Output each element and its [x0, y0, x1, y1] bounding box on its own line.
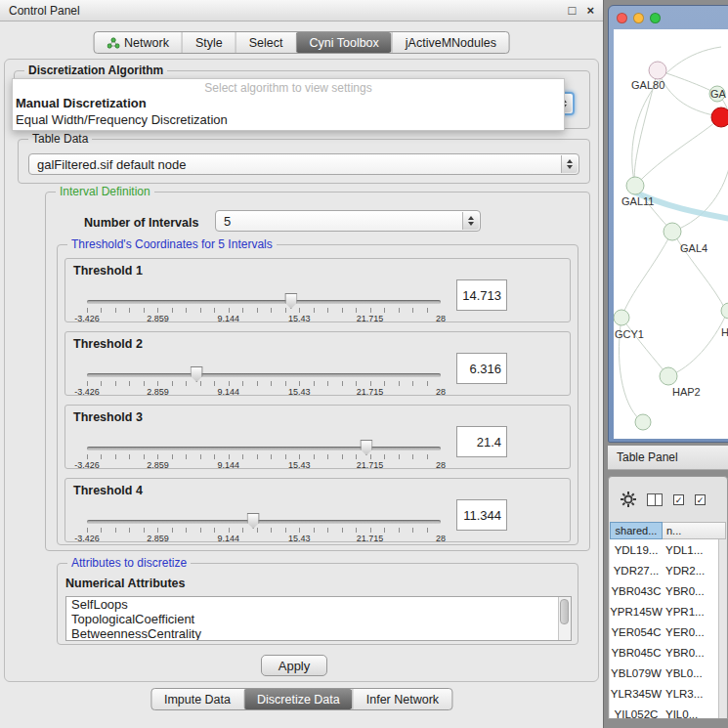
node-hap2[interactable] [660, 367, 677, 385]
list-item[interactable]: TopologicalCoefficient [66, 612, 571, 626]
table-data-combobox[interactable]: galFiltered.sif default node [28, 153, 579, 175]
table-row[interactable]: YBR045C YBR0... [610, 642, 718, 663]
tick-label: 28 [436, 387, 446, 397]
node-label: GAL4 [680, 242, 707, 254]
table-row[interactable]: YIL052C YIL0... [610, 704, 718, 718]
tab-cyni-toolbox[interactable]: Cyni Toolbox [295, 32, 391, 53]
tab-label: Infer Network [366, 693, 439, 707]
tick-label: 15.43 [288, 314, 311, 323]
tab-select[interactable]: Select [236, 32, 296, 53]
table-row[interactable]: YDL19... YDL1... [610, 539, 718, 560]
slider-handle[interactable] [247, 513, 260, 529]
threshold-2-value-field[interactable]: 6.316 [456, 353, 507, 384]
tick-label: 21.715 [357, 460, 384, 470]
slider-track [87, 300, 441, 304]
slider-tick-labels: -3.426 2.859 9.144 15.43 21.715 28 [87, 460, 441, 470]
tab-impute-data[interactable]: Impute Data [151, 689, 243, 709]
tick-label: -3.426 [74, 460, 100, 470]
float-window-icon[interactable]: □ [569, 3, 577, 18]
tab-infer-network[interactable]: Infer Network [353, 689, 451, 709]
threshold-3-slider[interactable]: -3.426 2.859 9.144 15.43 21.715 28 [87, 439, 441, 468]
threshold-2-panel: Threshold 2 6.316 -3.426 2.859 9.144 15.… [64, 331, 571, 396]
table-row[interactable]: YBR043C YBR0... [610, 580, 718, 601]
table-row[interactable]: YPR145W YPR1... [610, 601, 718, 621]
network-icon [107, 37, 119, 49]
numerical-attributes-list[interactable]: SelfLoops TopologicalCoefficient Between… [65, 596, 572, 641]
combobox-stepper-icon[interactable] [561, 155, 578, 173]
tab-discretize-data[interactable]: Discretize Data [243, 689, 353, 709]
node-bottom-left[interactable] [635, 414, 651, 430]
table-row[interactable]: YER054C YER0... [610, 621, 718, 642]
control-panel-window: Control Panel □ × Network Style Select [0, 0, 604, 728]
control-panel-titlebar[interactable]: Control Panel □ × [0, 0, 603, 21]
table-body: YDL19... YDL1... YDR27... YDR2... YBR043… [610, 539, 718, 718]
threshold-4-label: Threshold 4 [73, 484, 143, 497]
tab-jactivemnodules[interactable]: jActiveMNodules [392, 32, 509, 53]
network-nodes[interactable] [614, 62, 728, 430]
tick-label: 2.859 [147, 314, 169, 323]
combobox-stepper-icon[interactable] [462, 212, 479, 230]
network-canvas[interactable]: GAL80 GA GAL11 GAL4 GCY1 H HAP2 [614, 29, 728, 439]
table-panel-header[interactable]: Table Panel [608, 445, 728, 470]
slider-handle[interactable] [191, 366, 203, 382]
tab-label: Discretize Data [257, 693, 340, 707]
threshold-4-value-field[interactable]: 11.344 [456, 499, 507, 531]
checkbox-icon[interactable]: ✓ [695, 494, 706, 505]
close-window-icon[interactable]: × [586, 3, 594, 18]
table-row[interactable]: YDR27... YDR2... [610, 560, 718, 580]
tab-style[interactable]: Style [182, 32, 236, 53]
cell-name: YBR0... [663, 585, 718, 597]
mac-minimize-button[interactable] [633, 13, 644, 23]
node-gcy1[interactable] [614, 310, 629, 325]
tick-label: 21.715 [357, 387, 384, 397]
column-header-shared-name[interactable]: shared... [610, 522, 663, 539]
table-data-group: Table Data galFiltered.sif default node [18, 139, 590, 184]
column-header-name[interactable]: n... [663, 522, 726, 539]
threshold-1-panel: Threshold 1 14.713 -3.426 2.859 9.144 15… [64, 258, 571, 322]
cell-shared-name: YER054C [610, 626, 663, 638]
cell-name: YBL0... [663, 667, 718, 679]
tick-label: -3.426 [74, 314, 100, 323]
number-of-intervals-combobox[interactable]: 5 [215, 210, 481, 232]
columns-icon[interactable] [647, 493, 663, 506]
threshold-1-value-field[interactable]: 14.713 [456, 279, 507, 311]
dropdown-prompt: Select algorithm to view settings [13, 79, 564, 95]
group-title-interval-definition: Interval Definition [56, 185, 154, 198]
list-item[interactable]: BetweennessCentrality [66, 626, 571, 641]
tick-label: 28 [436, 314, 446, 323]
threshold-4-slider[interactable]: -3.426 2.859 9.144 15.43 21.715 28 [87, 512, 441, 541]
node-gal80[interactable] [649, 62, 666, 79]
dropdown-option-manual-discretization[interactable]: Manual Discretization [13, 95, 564, 111]
threshold-1-slider[interactable]: -3.426 2.859 9.144 15.43 21.715 28 [87, 292, 441, 321]
slider-handle[interactable] [360, 440, 372, 455]
table-row[interactable]: YLR345W YLR3... [610, 683, 718, 704]
gear-icon[interactable] [621, 492, 636, 507]
apply-button[interactable]: Apply [261, 655, 327, 676]
dropdown-option-equal-width-frequency[interactable]: Equal Width/Frequency Discretization [13, 111, 564, 128]
checkbox-icon[interactable]: ✓ [673, 494, 684, 505]
table-row[interactable]: YBL079W YBL0... [610, 663, 718, 683]
table-scrollbar[interactable] [718, 539, 726, 718]
scrollbar-thumb[interactable] [560, 599, 569, 624]
node-gal11[interactable] [626, 177, 644, 194]
threshold-3-value-field[interactable]: 21.4 [456, 426, 507, 457]
list-scrollbar[interactable] [558, 597, 571, 640]
node-right-mid[interactable] [721, 303, 728, 319]
mac-zoom-button[interactable] [650, 13, 661, 23]
threshold-2-label: Threshold 2 [73, 337, 143, 351]
tab-network[interactable]: Network [94, 32, 182, 53]
threshold-3-panel: Threshold 3 21.4 -3.426 2.859 9.144 15.4… [64, 405, 571, 469]
tick-label: 2.859 [147, 534, 169, 543]
network-window-titlebar[interactable] [609, 6, 728, 29]
cell-shared-name: YBR043C [610, 585, 663, 597]
table-toolbar: ✓ ✓ [609, 477, 727, 522]
slider-handle[interactable] [284, 293, 297, 309]
slider-ticks [87, 381, 441, 386]
mac-close-button[interactable] [617, 13, 627, 23]
list-item[interactable]: SelfLoops [66, 597, 571, 612]
threshold-4-panel: Threshold 4 11.344 -3.426 2.859 9.144 15… [64, 478, 571, 542]
node-selected-red[interactable] [711, 107, 728, 127]
node-gal4[interactable] [664, 223, 681, 240]
threshold-2-slider[interactable]: -3.426 2.859 9.144 15.43 21.715 28 [87, 365, 441, 395]
slider-track [87, 373, 441, 377]
